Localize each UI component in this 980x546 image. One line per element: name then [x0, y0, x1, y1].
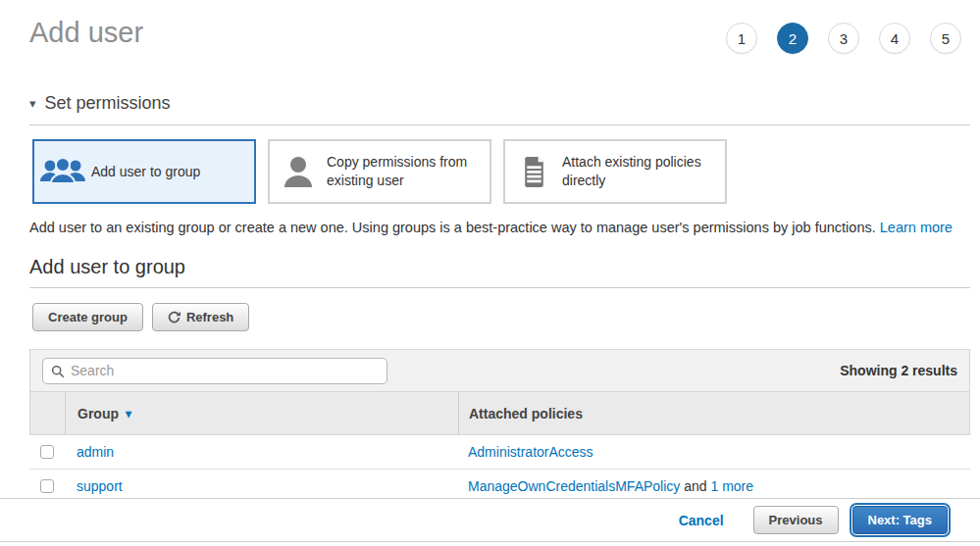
group-link[interactable]: support	[77, 478, 123, 494]
collapse-caret-icon: ▾	[29, 96, 36, 111]
step-4: 4	[879, 23, 910, 54]
page-header: Add user 1 2 3 4 5	[29, 16, 970, 54]
column-header-group[interactable]: Group ▾	[66, 392, 459, 434]
table-row-admin: admin AdministratorAccess	[29, 435, 970, 470]
set-permissions-title: Set permissions	[45, 93, 171, 114]
table-toolbar: Showing 2 results	[29, 349, 970, 392]
group-actions: Create group Refresh	[32, 303, 970, 331]
search-input[interactable]	[42, 358, 387, 384]
refresh-label: Refresh	[186, 310, 233, 324]
user-icon	[270, 156, 327, 188]
group-link[interactable]: admin	[77, 444, 114, 460]
step-3: 3	[828, 23, 859, 54]
groups-table: Showing 2 results Group ▾ Attached polic…	[29, 349, 970, 504]
sort-descending-icon: ▾	[126, 407, 131, 421]
card-attach-policies[interactable]: Attach existing policies directly	[503, 139, 727, 204]
cancel-button[interactable]: Cancel	[679, 513, 724, 528]
previous-button[interactable]: Previous	[753, 506, 839, 534]
document-icon	[505, 157, 562, 187]
step-1: 1	[726, 23, 757, 54]
card-copy-permissions[interactable]: Copy permissions from existing user	[268, 139, 491, 204]
row-checkbox[interactable]	[40, 445, 54, 459]
row-checkbox[interactable]	[40, 479, 54, 493]
column-header-attached-policies: Attached policies	[459, 392, 969, 434]
more-policies-link[interactable]: 1 more	[710, 478, 753, 494]
policies-column-label: Attached policies	[469, 406, 583, 422]
wizard-steps: 1 2 3 4 5	[726, 23, 961, 54]
policy-connector: and	[680, 478, 710, 494]
card-label: Attach existing policies directly	[562, 153, 725, 190]
policy-link[interactable]: ManageOwnCredentialsMFAPolicy	[468, 478, 680, 494]
step-5: 5	[930, 23, 961, 54]
refresh-button[interactable]: Refresh	[152, 303, 249, 331]
set-permissions-section-header[interactable]: ▾ Set permissions	[29, 93, 970, 125]
header-checkbox-cell	[30, 392, 66, 434]
refresh-icon	[168, 311, 181, 323]
policy-link[interactable]: AdministratorAccess	[468, 444, 593, 460]
card-label: Add user to group	[91, 163, 206, 181]
results-count: Showing 2 results	[840, 363, 957, 378]
next-tags-button[interactable]: Next: Tags	[852, 506, 949, 534]
step-2-active: 2	[777, 23, 808, 54]
description-text: Add user to an existing group or create …	[29, 220, 880, 235]
search-icon	[51, 365, 65, 378]
add-user-wizard: Add user 1 2 3 4 5 ▾ Set permissions	[0, 0, 980, 546]
search-box	[42, 358, 387, 384]
permissions-description: Add user to an existing group or create …	[29, 220, 970, 235]
add-user-to-group-heading: Add user to group	[29, 256, 970, 288]
wizard-footer: Cancel Previous Next: Tags	[0, 498, 980, 542]
permission-option-cards: Add user to group Copy permissions from …	[32, 139, 970, 204]
group-icon	[34, 155, 91, 188]
card-label: Copy permissions from existing user	[327, 153, 490, 190]
card-add-user-to-group[interactable]: Add user to group	[32, 139, 256, 204]
row-checkbox-cell	[29, 435, 65, 469]
page-title: Add user	[29, 16, 143, 49]
create-group-button[interactable]: Create group	[32, 303, 143, 331]
learn-more-link[interactable]: Learn more	[880, 220, 953, 235]
group-column-label: Group	[77, 406, 119, 422]
table-header-row: Group ▾ Attached policies	[29, 392, 970, 435]
